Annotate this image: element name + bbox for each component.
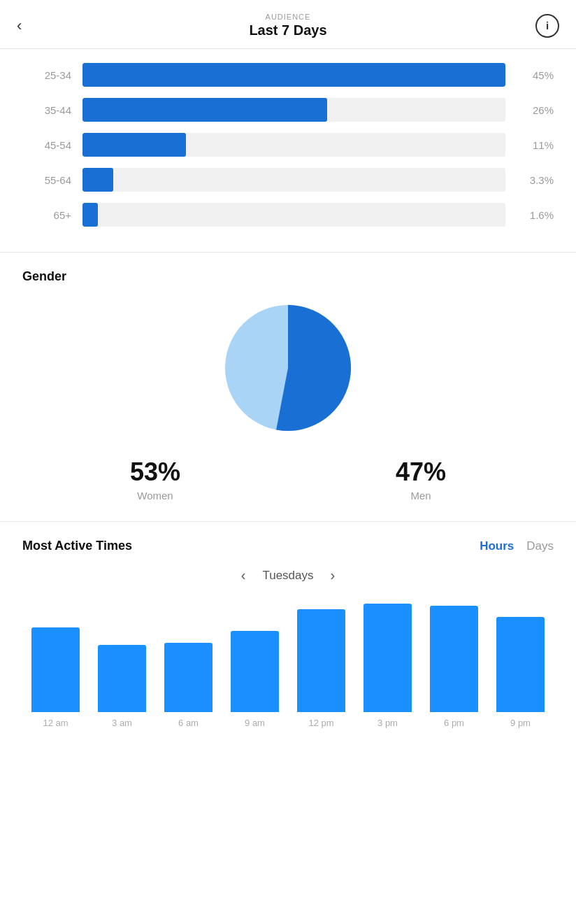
active-header: Most Active Times Hours Days <box>22 539 554 553</box>
bar-percentage: 11% <box>515 139 554 151</box>
time-bar <box>98 645 145 712</box>
time-label: 9 pm <box>487 718 554 728</box>
phone-container: ‹ AUDIENCE Last 7 Days i 25-34 45% 35-44… <box>0 0 576 924</box>
time-bar <box>31 627 79 712</box>
prev-day-button[interactable]: ‹ <box>241 567 246 583</box>
time-bar-col <box>155 600 222 712</box>
header-center: AUDIENCE Last 7 Days <box>249 13 326 38</box>
most-active-section: Most Active Times Hours Days ‹ Tuesdays … <box>0 521 576 751</box>
bar-age-label: 65+ <box>22 209 71 221</box>
women-percentage: 53% <box>130 457 180 487</box>
time-label: 9 am <box>222 718 288 728</box>
bar-track <box>82 203 505 227</box>
time-bar <box>363 604 411 712</box>
bar-age-label: 25-34 <box>22 69 71 81</box>
gender-pie-chart <box>218 298 358 438</box>
time-bar <box>496 617 544 712</box>
time-bar-col <box>89 600 155 712</box>
bar-fill <box>82 98 327 122</box>
women-label: Women <box>130 490 180 502</box>
time-bar-chart <box>22 600 554 712</box>
bar-row: 45-54 11% <box>22 133 554 157</box>
time-label: 12 pm <box>288 718 354 728</box>
time-label: 3 pm <box>354 718 421 728</box>
bar-age-label: 45-54 <box>22 139 71 151</box>
bar-fill <box>82 133 186 157</box>
time-bar-col <box>222 600 288 712</box>
info-button[interactable]: i <box>535 14 559 38</box>
time-label: 3 am <box>89 718 155 728</box>
time-label: 6 pm <box>421 718 487 728</box>
bar-track <box>82 63 505 87</box>
header: ‹ AUDIENCE Last 7 Days i <box>0 0 576 49</box>
bar-age-label: 55-64 <box>22 174 71 186</box>
time-bar <box>430 606 477 712</box>
bar-age-label: 35-44 <box>22 104 71 116</box>
bar-track <box>82 98 505 122</box>
header-title: Last 7 Days <box>249 22 326 38</box>
time-bar-col <box>22 600 89 712</box>
bar-row: 35-44 26% <box>22 98 554 122</box>
time-bar-col <box>288 600 354 712</box>
next-day-button[interactable]: › <box>331 567 336 583</box>
time-bar-col <box>354 600 421 712</box>
men-percentage: 47% <box>396 457 446 487</box>
time-labels: 12 am3 am6 am9 am12 pm3 pm6 pm9 pm <box>22 718 554 728</box>
men-label: Men <box>396 490 446 502</box>
gender-title: Gender <box>22 269 554 284</box>
bar-fill <box>82 63 505 87</box>
time-label: 6 am <box>155 718 222 728</box>
active-title: Most Active Times <box>22 539 132 553</box>
bar-row: 25-34 45% <box>22 63 554 87</box>
toggle-hours[interactable]: Hours <box>480 539 514 553</box>
time-bar <box>231 631 278 712</box>
toggle-group: Hours Days <box>480 539 554 553</box>
toggle-days[interactable]: Days <box>526 539 554 553</box>
bar-track <box>82 168 505 192</box>
bar-percentage: 45% <box>515 69 554 81</box>
time-label: 12 am <box>22 718 89 728</box>
gender-stats: 53% Women 47% Men <box>22 457 554 502</box>
bar-percentage: 3.3% <box>515 174 554 186</box>
age-bars-section: 25-34 45% 35-44 26% 45-54 11% <box>0 49 576 252</box>
gender-section: Gender 53% Women 47% Men <box>0 252 576 521</box>
bar-row: 55-64 3.3% <box>22 168 554 192</box>
time-bar-col <box>487 600 554 712</box>
header-subtitle: AUDIENCE <box>249 13 326 21</box>
time-bar <box>164 643 212 712</box>
current-day: Tuesdays <box>262 569 313 583</box>
time-bar <box>297 609 345 712</box>
men-stat: 47% Men <box>396 457 446 502</box>
pie-chart-container <box>22 298 554 438</box>
bar-percentage: 1.6% <box>515 209 554 221</box>
bar-track <box>82 133 505 157</box>
bar-fill <box>82 203 98 227</box>
day-navigator: ‹ Tuesdays › <box>22 567 554 583</box>
back-button[interactable]: ‹ <box>17 17 22 35</box>
women-stat: 53% Women <box>130 457 180 502</box>
bar-fill <box>82 168 113 192</box>
bar-row: 65+ 1.6% <box>22 203 554 227</box>
time-bar-col <box>421 600 487 712</box>
bar-percentage: 26% <box>515 104 554 116</box>
